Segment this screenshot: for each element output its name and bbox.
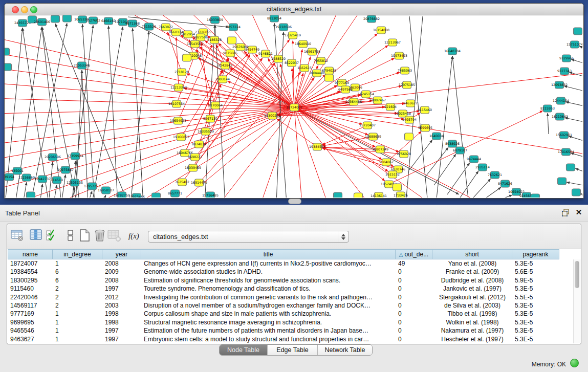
network-canvas[interactable]: 2435572420691406106532871527602646616010… (5, 15, 582, 198)
vertical-scrollbar[interactable] (573, 259, 581, 343)
graph-node-label: 18107554 (168, 102, 185, 105)
table-cell: Investigating the contribution of common… (141, 293, 396, 301)
scrollbar-thumb[interactable] (575, 261, 579, 288)
graph-node[interactable] (558, 178, 567, 185)
graph-node-label: 10973493 (391, 54, 407, 57)
table-cell: 6 (53, 268, 102, 276)
table-cell: 0 (396, 301, 432, 310)
table-cell: 5.3E-5 (512, 310, 559, 318)
graph-node[interactable] (572, 189, 581, 196)
column-header-out-de-[interactable]: △out_de... (396, 249, 432, 259)
graph-node[interactable] (405, 133, 413, 140)
graph-node[interactable] (354, 193, 363, 198)
network-window-titlebar[interactable]: citations_edges.txt (5, 4, 583, 15)
table-row[interactable]: 969969511998Structural magnetic resonanc… (8, 318, 559, 326)
graph-node[interactable] (228, 37, 236, 44)
graph-node[interactable] (5, 63, 12, 71)
memory-ok-icon[interactable] (570, 359, 579, 367)
graph-node-label: 19166852 (173, 135, 189, 139)
graph-node-label: 7955812 (314, 59, 328, 62)
tab-edge-table[interactable]: Edge Table (268, 345, 318, 355)
graph-node[interactable] (531, 194, 540, 198)
table-cell: 9777169 (8, 310, 53, 318)
table-row[interactable]: 977716911998Corpus callosum shape and si… (8, 310, 559, 318)
table-cell: Hescheler et al. (1997) (432, 335, 512, 343)
table-row[interactable]: 1938455462009Genome-wide association stu… (8, 268, 559, 276)
table-column-icon[interactable] (30, 229, 43, 243)
rows-icon[interactable] (64, 229, 78, 243)
graph-node[interactable] (5, 48, 10, 55)
table-row[interactable]: 946554611997Estimation of the future num… (8, 326, 559, 335)
graph-node-label: 10975887 (57, 168, 74, 171)
column-header-name[interactable]: name (8, 249, 53, 259)
new-document-icon[interactable] (78, 229, 92, 243)
graph-node-label: 15720407 (359, 123, 376, 127)
table-cell: 5.5E-5 (512, 293, 559, 301)
graph-node[interactable] (51, 15, 60, 23)
graph-node-label: 15751074 (567, 42, 582, 46)
table-cell: 0 (396, 335, 432, 343)
graph-node-label: 9463627 (403, 101, 418, 105)
graph-node[interactable] (152, 193, 161, 198)
select-all-icon[interactable] (46, 229, 59, 243)
table-toolbar: f(x) citations_edges.txt (7, 224, 581, 249)
graph-node[interactable] (325, 74, 334, 81)
column-header-pagerank[interactable]: pagerank (512, 249, 559, 259)
memory-status-label: Memory: OK (532, 361, 566, 368)
graph-node-label: 9329966 (559, 56, 574, 60)
table-row[interactable]: 1456911722003Disruption of a novel membe… (8, 301, 559, 310)
graph-node[interactable] (27, 192, 35, 198)
column-header-title[interactable]: title (141, 249, 396, 259)
graph-node[interactable] (393, 184, 402, 191)
table-cell: 1997 (102, 335, 141, 343)
graph-node-label: 18807249 (372, 147, 388, 151)
tab-network-table[interactable]: Network Table (318, 345, 372, 355)
table-select-dropdown[interactable]: citations_edges.txt (148, 231, 349, 243)
graph-node-label: 621604 (384, 105, 397, 108)
graph-node-label: 16245154 (358, 92, 374, 96)
graph-node-label: 6466160 (101, 19, 116, 23)
table-cell: 5.9E-5 (512, 276, 559, 285)
table-cell: Tourette syndrome. Phenomenology and cla… (141, 285, 396, 293)
close-icon[interactable]: ✕ (575, 208, 583, 217)
table-row[interactable]: 2242004622012Investigating the contribut… (8, 293, 559, 301)
graph-node[interactable] (183, 54, 191, 61)
graph-node[interactable] (567, 164, 575, 171)
column-header-year[interactable]: year (102, 249, 141, 259)
table-row[interactable]: 1830029562008Estimation of significance … (8, 276, 559, 285)
graph-node-label: 16958107 (98, 188, 114, 192)
graph-node-label: 7632621 (488, 173, 502, 177)
table-row[interactable]: 1872400712008Changes of HCN gene express… (8, 259, 559, 268)
table-cell: Tibbo et al. (1998) (432, 310, 512, 318)
graph-node-label: 14136141 (371, 194, 387, 198)
graph-node-label: 12213967 (384, 40, 401, 44)
citation-network-graph[interactable]: 2435572420691406106532871527602646616010… (5, 15, 582, 198)
table-cell: Corpus callosum shape and size in male p… (141, 310, 396, 318)
graph-node-label: 20364486 (345, 100, 362, 103)
table-cell: 5.3E-5 (512, 318, 559, 326)
graph-node-label: 7463822 (159, 25, 173, 29)
table-cell: 2008 (102, 259, 141, 268)
graph-node[interactable] (63, 15, 72, 22)
delete-icon[interactable] (93, 229, 106, 243)
table-cell: de Silva et al. (2003) (432, 301, 512, 310)
column-header-short[interactable]: short (432, 249, 512, 259)
tab-node-table[interactable]: Node Table (220, 345, 268, 355)
table-row[interactable]: 911546021997Tourette syndrome. Phenomeno… (8, 285, 559, 293)
table-row[interactable]: 946362711997Embryonic stem cells: a mode… (8, 335, 559, 343)
graph-node-label: 7625402 (175, 180, 189, 184)
table-cell: 9465546 (8, 326, 53, 335)
table-settings-icon[interactable] (11, 229, 24, 243)
graph-node[interactable] (574, 28, 582, 35)
table-cell: 1997 (102, 285, 141, 293)
graph-node-label: 10807467 (369, 98, 386, 102)
splitter-handle[interactable] (288, 199, 301, 204)
function-icon[interactable]: f(x) (128, 232, 144, 246)
graph-node[interactable] (334, 192, 342, 198)
column-header-in-degree[interactable]: in_degree (53, 249, 102, 259)
float-window-icon[interactable] (561, 208, 571, 217)
table-cell: 0 (396, 293, 432, 301)
table-cell: 2 (53, 301, 102, 310)
graph-node-label: 1733426 (394, 193, 408, 197)
graph-node-label: 2803144 (215, 77, 230, 81)
